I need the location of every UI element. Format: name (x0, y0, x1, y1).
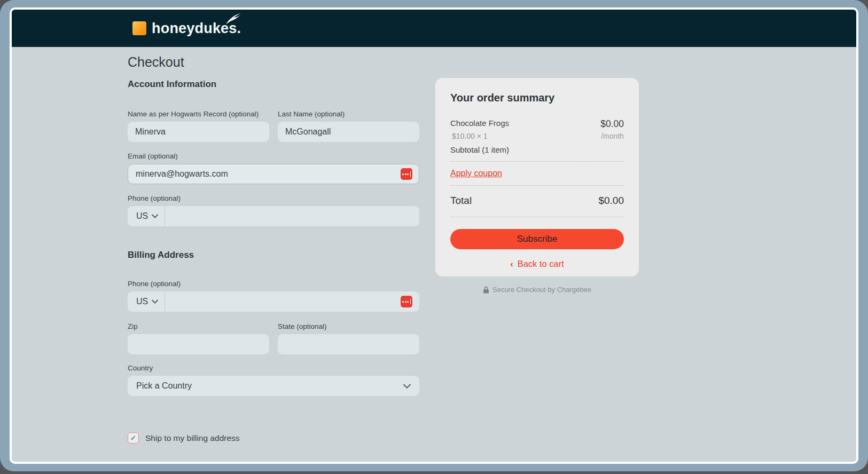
checkout-window: honeydukes. Checkout Account Information… (10, 7, 858, 464)
total-row: Total $0.00 (450, 193, 624, 210)
zip-input[interactable] (128, 334, 269, 354)
billing-phone-country-code: US (136, 297, 148, 306)
email-input[interactable] (128, 164, 419, 184)
chevron-down-icon (403, 384, 411, 389)
account-phone-input[interactable] (165, 206, 419, 226)
account-phone-field: US (128, 206, 419, 226)
dashed-divider (450, 161, 624, 162)
ship-to-billing-checkbox[interactable]: ✓ (128, 432, 139, 444)
account-phone-country-select[interactable]: US (128, 206, 165, 226)
back-chevron-icon: ‹ (510, 259, 513, 268)
back-to-cart-label: Back to cart (518, 259, 564, 268)
order-item-unit-line: $10.00 × 1 (450, 132, 488, 140)
password-manager-icon[interactable] (401, 168, 412, 180)
order-item-name: Chocolate Frogs (450, 118, 509, 128)
back-to-cart-link[interactable]: ‹Back to cart (450, 259, 624, 269)
first-name-label: Name as per Hogwarts Record (optional) (128, 110, 259, 118)
secure-checkout-text: Secure Checkout by Chargebee (492, 286, 591, 294)
page-title: Checkout (128, 54, 184, 70)
account-phone-country-code: US (136, 211, 148, 221)
site-header: honeydukes. (12, 10, 856, 47)
chevron-down-icon (152, 214, 158, 218)
order-item-subrow: $10.00 × 1 /month (450, 132, 624, 140)
dashed-divider (450, 217, 624, 217)
order-item-period: /month (601, 132, 624, 140)
brand-logo: honeydukes. (132, 20, 241, 37)
email-label: Email (optional) (128, 152, 178, 160)
logo-square-icon (132, 21, 146, 35)
billing-phone-label: Phone (optional) (128, 280, 181, 288)
country-select[interactable]: Pick a Country (128, 376, 419, 396)
last-name-input[interactable] (278, 122, 419, 142)
total-value: $0.00 (598, 195, 624, 207)
order-item-amount: $0.00 (600, 118, 624, 130)
dashed-divider (450, 185, 624, 186)
password-manager-icon[interactable] (401, 296, 412, 307)
subtotal-label: Subtotal (1 item) (450, 145, 624, 154)
billing-address-heading: Billing Address (128, 250, 194, 260)
account-phone-label: Phone (optional) (128, 194, 181, 202)
lock-icon (483, 286, 489, 294)
zip-label: Zip (128, 322, 138, 330)
order-summary-title: Your order summary (450, 92, 624, 104)
browser-frame: honeydukes. Checkout Account Information… (0, 0, 868, 471)
country-selected-value: Pick a Country (136, 381, 192, 391)
quill-icon (225, 13, 243, 25)
state-label: State (optional) (278, 322, 327, 330)
billing-phone-field: US (128, 291, 419, 312)
billing-phone-country-select[interactable]: US (128, 291, 165, 312)
state-input[interactable] (278, 334, 419, 354)
account-information-heading: Account Information (128, 79, 216, 90)
chevron-down-icon (152, 299, 158, 304)
country-label: Country (128, 364, 153, 372)
last-name-label: Last Name (optional) (278, 110, 345, 118)
ship-to-billing-checkbox-row[interactable]: ✓ Ship to my billing address (128, 432, 240, 444)
apply-coupon-link[interactable]: Apply coupon (450, 169, 502, 178)
order-summary-panel: Your order summary Chocolate Frogs $0.00… (435, 78, 639, 276)
ship-to-billing-label: Ship to my billing address (145, 433, 240, 443)
total-label: Total (450, 195, 472, 207)
billing-phone-input[interactable] (165, 291, 419, 312)
secure-checkout-note: Secure Checkout by Chargebee (435, 286, 639, 294)
subscribe-button[interactable]: Subscribe (450, 229, 624, 249)
checkout-content: Checkout Account Information Name as per… (12, 47, 856, 462)
first-name-input[interactable] (128, 122, 269, 142)
order-item-row: Chocolate Frogs $0.00 (450, 118, 624, 130)
